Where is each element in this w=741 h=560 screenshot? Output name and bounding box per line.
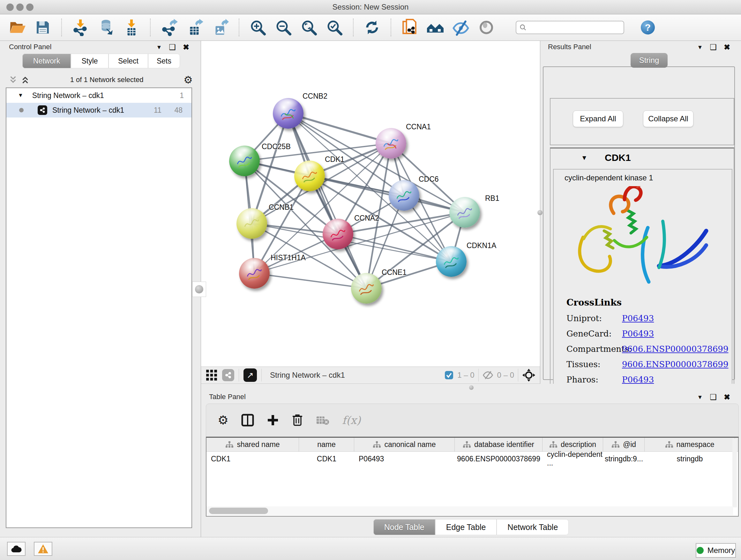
crosslink-link[interactable]: P06493 xyxy=(622,329,654,338)
network-canvas[interactable]: CCNB2CCNA1CDC25BCDK1CDC6RB1CCNB1CCNA2CDK… xyxy=(201,41,540,367)
column-header-databaseidentifier[interactable]: database identifier xyxy=(455,438,542,451)
edge-CDK1-RB1[interactable] xyxy=(310,176,465,212)
import-network-button[interactable] xyxy=(71,18,89,37)
float-panel-icon[interactable]: ❑ xyxy=(710,393,717,401)
function-builder-icon[interactable]: f(x) xyxy=(342,414,360,427)
table-cell[interactable]: P06493 xyxy=(354,452,455,466)
network-collection-row[interactable]: ▼ String Network – cdk1 1 xyxy=(6,88,192,103)
close-panel-icon[interactable]: ✖ xyxy=(183,43,189,52)
import-table-button[interactable] xyxy=(123,18,140,37)
memory-button[interactable]: Memory xyxy=(696,543,736,558)
node-CCNE1[interactable] xyxy=(351,273,382,304)
node-CCNA2[interactable] xyxy=(323,219,353,249)
edge-CCNB2-CCNA1[interactable] xyxy=(288,113,391,143)
node-CDKN1A[interactable] xyxy=(436,246,467,277)
save-session-button[interactable] xyxy=(34,18,52,37)
delete-column-trash-icon[interactable] xyxy=(292,414,303,427)
tab-string[interactable]: String xyxy=(630,53,668,68)
column-header-canonicalname[interactable]: canonical name xyxy=(354,438,455,451)
node-CDC25B[interactable] xyxy=(229,145,260,176)
column-header-description[interactable]: description xyxy=(542,438,603,451)
node-table[interactable]: shared namenamecanonical namedatabase id… xyxy=(206,437,739,516)
float-panel-icon[interactable]: ❑ xyxy=(710,43,717,52)
crosslink-link[interactable]: P06493 xyxy=(622,375,654,384)
close-panel-icon[interactable]: ✖ xyxy=(724,43,730,52)
left-splitter-handle[interactable] xyxy=(192,282,206,297)
tree-caret-icon[interactable]: ▼ xyxy=(18,92,23,99)
node-CCNA1[interactable] xyxy=(376,128,406,159)
close-panel-icon[interactable]: ✖ xyxy=(724,393,730,401)
warnings-button[interactable] xyxy=(34,542,52,556)
export-network-button[interactable] xyxy=(160,18,178,37)
tab-style[interactable]: Style xyxy=(71,54,109,68)
node-RB1[interactable] xyxy=(449,197,480,228)
export-table-button[interactable] xyxy=(186,18,204,37)
crosslink-link[interactable]: P06493 xyxy=(622,314,654,323)
node-CDC6[interactable] xyxy=(389,180,419,211)
help-button[interactable]: ? xyxy=(641,20,655,35)
table-cell[interactable]: stringdb xyxy=(645,452,735,466)
table-cell[interactable]: cyclin-dependent ... xyxy=(542,452,603,466)
birds-eye-crosshair-icon[interactable] xyxy=(522,368,536,382)
zoom-in-button[interactable] xyxy=(249,18,267,37)
collapse-panel-icon[interactable]: ▼ xyxy=(156,44,162,51)
node-HIST1H1A[interactable] xyxy=(239,258,270,289)
table-cell[interactable]: CDK1 xyxy=(206,452,299,466)
import-database-button[interactable] xyxy=(97,18,115,37)
collapse-panel-icon[interactable]: ▼ xyxy=(697,394,703,401)
zoom-fit-button[interactable] xyxy=(300,18,318,37)
export-image-button[interactable] xyxy=(211,18,229,37)
home-view-button[interactable] xyxy=(426,18,444,37)
open-session-button[interactable] xyxy=(8,18,26,37)
table-vertical-scrollbar[interactable] xyxy=(732,439,737,507)
node-CCNB1[interactable] xyxy=(237,208,267,239)
table-horizontal-scrollbar[interactable] xyxy=(206,506,733,515)
column-header-name[interactable]: name xyxy=(299,438,354,451)
grid-view-icon[interactable] xyxy=(205,369,218,381)
expand-all-chevrons-icon[interactable] xyxy=(8,75,18,84)
zoom-selected-button[interactable] xyxy=(326,18,343,37)
edge-HIST1H1A-CCNE1[interactable] xyxy=(254,273,366,288)
scrollbar-thumb[interactable] xyxy=(209,508,268,514)
column-header-sharedname[interactable]: shared name xyxy=(206,438,299,451)
tab-node-table[interactable]: Node Table xyxy=(374,519,435,535)
search-box[interactable] xyxy=(516,21,624,34)
crosslink-link[interactable]: 9606.ENSP00000378699 xyxy=(622,360,728,369)
column-header-namespace[interactable]: namespace xyxy=(645,438,735,451)
float-panel-icon[interactable]: ❑ xyxy=(169,43,176,52)
column-header-id[interactable]: @id xyxy=(603,438,645,451)
collapse-all-button[interactable]: Collapse All xyxy=(643,111,693,127)
tab-edge-table[interactable]: Edge Table xyxy=(435,519,497,535)
table-cell[interactable]: 9606.ENSP00000378699 xyxy=(455,452,542,466)
table-row[interactable]: CDK1CDK1P064939606.ENSP00000378699cyclin… xyxy=(206,452,738,466)
right-splitter-handle[interactable] xyxy=(536,207,544,219)
crosslink-link[interactable]: 9606.ENSP00000378699 xyxy=(622,344,728,354)
detach-view-icon[interactable]: ↗ xyxy=(244,368,257,382)
table-cell[interactable]: stringdb:9... xyxy=(603,452,645,466)
hidden-eye-slash-icon[interactable] xyxy=(482,370,493,380)
selected-checkbox-icon[interactable] xyxy=(445,371,454,380)
table-cell[interactable]: CDK1 xyxy=(299,452,354,466)
copy-network-button[interactable] xyxy=(401,18,419,37)
expand-all-button[interactable]: Expand All xyxy=(573,111,623,127)
network-share-view-icon[interactable] xyxy=(222,369,234,381)
bottom-splitter-handle[interactable] xyxy=(467,385,475,390)
cloud-button[interactable] xyxy=(7,542,25,556)
zoom-out-button[interactable] xyxy=(274,18,292,37)
tab-network-table[interactable]: Network Table xyxy=(496,519,569,535)
node-CCNB2[interactable] xyxy=(273,98,304,129)
add-column-icon[interactable] xyxy=(267,414,279,426)
gene-header-row[interactable]: ▼ CDK1 xyxy=(550,148,734,168)
show-graphics-button[interactable] xyxy=(477,18,495,37)
delete-table-icon[interactable] xyxy=(316,415,329,425)
network-options-gear-icon[interactable]: ⚙ xyxy=(184,74,193,86)
tab-network[interactable]: Network xyxy=(22,54,71,68)
collapse-panel-icon[interactable]: ▼ xyxy=(697,44,703,51)
search-input[interactable] xyxy=(527,23,616,32)
apply-layout-button[interactable] xyxy=(363,18,381,37)
tab-select[interactable]: Select xyxy=(109,54,148,68)
tab-sets[interactable]: Sets xyxy=(148,54,180,68)
network-row-selected[interactable]: String Network – cdk1 11 48 xyxy=(6,103,192,118)
show-columns-icon[interactable] xyxy=(241,414,254,427)
hide-unhide-button[interactable] xyxy=(452,18,470,37)
